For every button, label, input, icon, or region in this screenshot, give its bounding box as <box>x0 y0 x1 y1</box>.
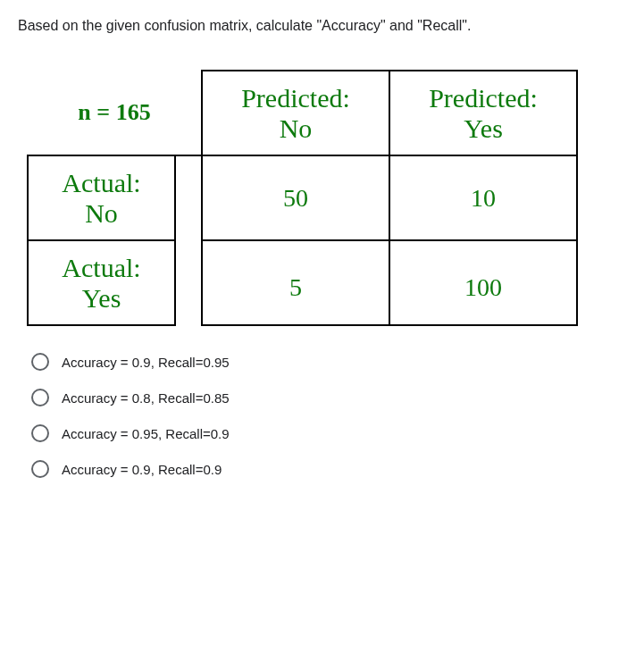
matrix-cell-fp: 10 <box>389 155 577 240</box>
option-2[interactable]: Accuracy = 0.8, Recall=0.85 <box>31 389 626 406</box>
matrix-cell-fn: 5 <box>202 240 389 325</box>
matrix-header-actual-no: Actual:No <box>28 155 175 240</box>
matrix-header-pred-yes: Predicted:Yes <box>389 71 577 155</box>
option-3[interactable]: Accuracy = 0.95, Recall=0.9 <box>31 424 626 442</box>
question-text: Based on the given confusion matrix, cal… <box>18 18 626 34</box>
radio-icon <box>31 389 49 406</box>
matrix-cell-tn: 50 <box>202 155 389 240</box>
matrix-spacer <box>175 155 202 240</box>
matrix-cell-tp: 100 <box>389 240 577 325</box>
radio-icon <box>31 353 49 371</box>
radio-icon <box>31 424 49 442</box>
option-label: Accuracy = 0.9, Recall=0.9 <box>62 462 222 477</box>
option-1[interactable]: Accuracy = 0.9, Recall=0.95 <box>31 353 626 371</box>
option-4[interactable]: Accuracy = 0.9, Recall=0.9 <box>31 460 626 478</box>
option-label: Accuracy = 0.95, Recall=0.9 <box>62 426 230 441</box>
matrix-spacer <box>175 240 202 325</box>
radio-icon <box>31 460 49 478</box>
option-label: Accuracy = 0.9, Recall=0.95 <box>62 355 230 370</box>
confusion-matrix: n = 165 Predicted:No Predicted:Yes Actua… <box>27 70 626 326</box>
matrix-header-pred-no: Predicted:No <box>202 71 389 155</box>
matrix-n-label: n = 165 <box>28 71 202 155</box>
matrix-header-actual-yes: Actual:Yes <box>28 240 175 325</box>
option-label: Accuracy = 0.8, Recall=0.85 <box>62 390 230 406</box>
options-list: Accuracy = 0.9, Recall=0.95 Accuracy = 0… <box>18 353 626 478</box>
